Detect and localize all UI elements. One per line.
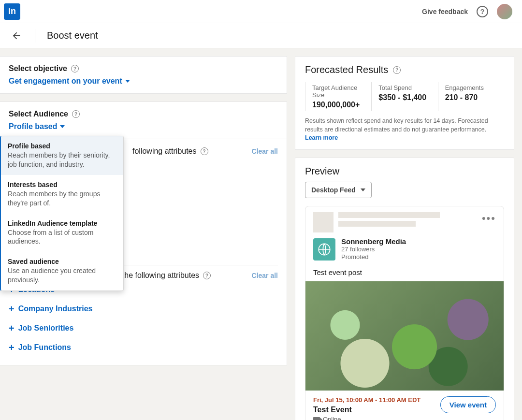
objective-selected: Get engagement on your event: [9, 77, 122, 86]
audience-selected: Profile based: [9, 122, 57, 131]
preview-mode-label: Desktop Feed: [311, 186, 356, 194]
skeleton-avatar: [313, 212, 334, 232]
help-icon[interactable]: ?: [201, 147, 208, 155]
objective-card: Select objective ? Get engagement on you…: [0, 56, 287, 94]
post-body-text: Test event post: [305, 265, 504, 281]
audience-option-desc: Reach members by their seniority, job fu…: [8, 151, 116, 169]
preview-card: Preview Desktop Feed •••: [295, 158, 514, 420]
preview-mode-select[interactable]: Desktop Feed: [305, 182, 372, 198]
give-feedback-link[interactable]: Give feedback: [422, 8, 468, 15]
help-icon[interactable]: ?: [203, 272, 211, 279]
plus-icon: +: [9, 343, 14, 352]
audience-option-title: Saved audience: [8, 258, 116, 265]
help-icon[interactable]: ?: [477, 6, 488, 17]
help-icon[interactable]: ?: [393, 66, 401, 74]
forecast-title: Forecasted Results: [305, 64, 388, 75]
audience-dropdown-panel: Profile based Reach members by their sen…: [0, 136, 124, 291]
event-date: Fri, Jul 15, 10:00 AM - 11:00 AM EDT: [313, 396, 420, 404]
chevron-down-icon: [60, 125, 65, 128]
page-header: Boost event: [0, 23, 522, 48]
add-exclude-industries[interactable]: + Company Industries: [9, 299, 278, 319]
post-overflow-menu[interactable]: •••: [482, 212, 496, 225]
add-exclude-seniorities[interactable]: + Job Seniorities: [9, 319, 278, 338]
audience-option-saved-audience[interactable]: Saved audience Use an audience you creat…: [1, 252, 123, 290]
event-mode: Online: [323, 416, 341, 420]
metric-value: 210 - 870: [445, 93, 497, 102]
plus-icon: +: [9, 323, 14, 333]
audience-option-title: Interests based: [8, 181, 116, 188]
view-event-button[interactable]: View event: [440, 396, 496, 413]
forecast-card: Forecasted Results ? Target Audience Siz…: [295, 56, 514, 150]
audience-option-title: Profile based: [8, 142, 116, 150]
linkedin-logo-icon[interactable]: in: [4, 3, 20, 20]
metric-label: Target Audience Size: [312, 84, 364, 99]
page-title: Boost event: [47, 30, 98, 41]
company-name[interactable]: Sonnenberg Media: [341, 237, 406, 246]
event-title: Test Event: [313, 406, 420, 414]
metric-spend: Total Spend $350 - $1,400: [371, 82, 437, 111]
audience-dropdown-trigger[interactable]: Profile based: [9, 122, 278, 131]
metric-engagements: Engagements 210 - 870: [438, 82, 504, 111]
audience-option-title: LinkedIn Audience template: [8, 219, 116, 227]
audience-option-linkedin-template[interactable]: LinkedIn Audience template Choose from a…: [1, 214, 123, 252]
exclude-clear-all[interactable]: Clear all: [252, 272, 278, 279]
add-label: Job Seniorities: [18, 324, 74, 333]
video-icon: [313, 417, 320, 420]
audience-option-desc: Use an audience you created previously.: [8, 266, 116, 285]
forecast-note: Results shown reflect spend and key resu…: [295, 117, 514, 149]
metric-label: Total Spend: [378, 84, 431, 91]
preview-title: Preview: [295, 158, 514, 182]
target-clear-all[interactable]: Clear all: [252, 147, 278, 155]
skeleton-line: [338, 221, 416, 227]
plus-icon: +: [9, 304, 14, 314]
top-bar: in Give feedback ?: [0, 0, 522, 23]
objective-section-title: Select objective: [9, 64, 67, 73]
help-icon[interactable]: ?: [72, 110, 80, 118]
add-exclude-functions[interactable]: + Job Functions: [9, 338, 278, 357]
audience-option-desc: Choose from a list of custom audiences.: [8, 228, 116, 246]
skeleton-line: [338, 212, 440, 218]
add-label: Company Industries: [18, 304, 93, 313]
audience-section-title: Select Audience: [9, 110, 68, 118]
forecast-note-text: Results shown reflect spend and key resu…: [305, 117, 488, 133]
user-avatar[interactable]: [497, 4, 512, 19]
forecast-learn-more-link[interactable]: Learn more: [305, 134, 338, 141]
post-preview: ••• Sonnenberg Media 27 followers Promot…: [305, 206, 504, 420]
add-label: Job Functions: [18, 343, 71, 352]
metric-audience: Target Audience Size 190,000,000+: [305, 82, 371, 111]
audience-option-interests-based[interactable]: Interests based Reach members by the gro…: [1, 175, 123, 214]
company-followers: 27 followers: [341, 246, 406, 254]
arrow-left-icon: [11, 30, 22, 41]
help-icon[interactable]: ?: [71, 65, 79, 72]
promoted-label: Promoted: [341, 253, 406, 261]
metric-label: Engagements: [445, 84, 497, 91]
audience-option-desc: Reach members by the groups they're part…: [8, 189, 116, 208]
chevron-down-icon: [125, 80, 130, 83]
globe-icon: [318, 243, 331, 256]
metric-value: 190,000,000+: [312, 101, 364, 109]
chevron-down-icon: [361, 188, 365, 191]
objective-dropdown[interactable]: Get engagement on your event: [9, 77, 278, 86]
metric-value: $350 - $1,400: [378, 93, 431, 102]
audience-option-profile-based[interactable]: Profile based Reach members by their sen…: [1, 136, 123, 175]
divider: [35, 29, 35, 43]
post-image: [305, 281, 504, 391]
back-button[interactable]: [10, 29, 23, 43]
audience-card: Select Audience ? Profile based Profile …: [0, 101, 287, 365]
company-logo-icon: [313, 238, 335, 261]
